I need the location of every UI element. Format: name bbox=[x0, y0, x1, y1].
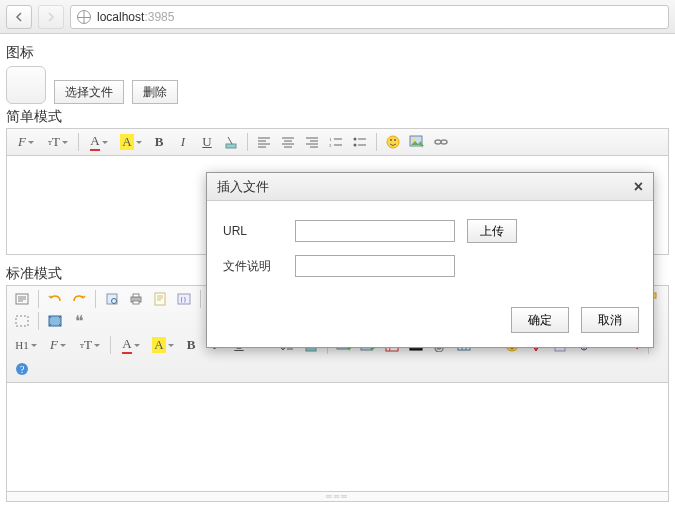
icon-section-label: 图标 bbox=[6, 44, 669, 62]
svg-point-7 bbox=[394, 139, 396, 141]
preview-button[interactable] bbox=[101, 289, 123, 309]
align-left-button[interactable] bbox=[253, 132, 275, 152]
ordered-list-button[interactable]: 12 bbox=[325, 132, 347, 152]
font-size-dropdown[interactable]: тT bbox=[43, 132, 73, 152]
simple-mode-label: 简单模式 bbox=[6, 108, 669, 126]
font-family-dropdown[interactable]: F bbox=[11, 132, 41, 152]
icon-preview bbox=[6, 66, 46, 104]
fullscreen-button[interactable] bbox=[44, 311, 66, 331]
browser-bar: localhost:3985 bbox=[0, 0, 675, 34]
print-button[interactable] bbox=[125, 289, 147, 309]
url-label: URL bbox=[223, 224, 283, 238]
source-button[interactable] bbox=[11, 289, 33, 309]
removeformat-button[interactable] bbox=[220, 132, 242, 152]
svg-text:?: ? bbox=[20, 364, 25, 375]
url-input[interactable] bbox=[295, 220, 455, 242]
redo-button[interactable] bbox=[68, 289, 90, 309]
selectbox-button[interactable] bbox=[11, 311, 33, 331]
hilite-button[interactable]: A bbox=[116, 132, 146, 152]
svg-text:1: 1 bbox=[329, 137, 332, 142]
svg-point-4 bbox=[354, 144, 357, 147]
svg-text:2: 2 bbox=[329, 143, 332, 148]
image-button[interactable]: + bbox=[406, 132, 428, 152]
ok-button[interactable]: 确定 bbox=[511, 307, 569, 333]
forecolor-button[interactable]: A bbox=[84, 132, 114, 152]
desc-label: 文件说明 bbox=[223, 258, 283, 275]
svg-rect-18 bbox=[133, 301, 139, 304]
emoji-button[interactable] bbox=[382, 132, 404, 152]
delete-button[interactable]: 删除 bbox=[132, 80, 178, 104]
svg-text:{}: {} bbox=[180, 295, 187, 303]
svg-text:+: + bbox=[420, 141, 425, 149]
url-port: :3985 bbox=[144, 10, 174, 24]
svg-point-11 bbox=[435, 140, 441, 144]
svg-rect-40 bbox=[16, 316, 28, 326]
svg-point-6 bbox=[390, 139, 392, 141]
svg-point-3 bbox=[354, 138, 357, 141]
forward-button[interactable] bbox=[38, 5, 64, 29]
font-size-dropdown-2[interactable]: тT bbox=[75, 335, 105, 355]
italic-button[interactable]: I bbox=[172, 132, 194, 152]
desc-input[interactable] bbox=[295, 255, 455, 277]
undo-button[interactable] bbox=[44, 289, 66, 309]
svg-rect-0 bbox=[226, 144, 236, 148]
cancel-button[interactable]: 取消 bbox=[581, 307, 639, 333]
back-button[interactable] bbox=[6, 5, 32, 29]
heading-dropdown[interactable]: H1 bbox=[11, 335, 41, 355]
url-bar[interactable]: localhost:3985 bbox=[70, 5, 669, 29]
bold-button-2[interactable]: B bbox=[180, 335, 202, 355]
link-button[interactable] bbox=[430, 132, 452, 152]
hilite-button-2[interactable]: A bbox=[148, 335, 178, 355]
quote-button[interactable]: ❝ bbox=[68, 311, 90, 331]
font-family-dropdown-2[interactable]: F bbox=[43, 335, 73, 355]
svg-point-5 bbox=[387, 136, 399, 148]
globe-icon bbox=[77, 10, 91, 24]
template-button[interactable] bbox=[149, 289, 171, 309]
align-right-button[interactable] bbox=[301, 132, 323, 152]
underline-button[interactable]: U bbox=[196, 132, 218, 152]
svg-rect-17 bbox=[133, 294, 139, 297]
standard-editor-body[interactable] bbox=[7, 383, 668, 491]
close-icon[interactable]: × bbox=[634, 178, 643, 196]
bold-button[interactable]: B bbox=[148, 132, 170, 152]
about-button[interactable]: ? bbox=[11, 359, 33, 379]
forecolor-button-2[interactable]: A bbox=[116, 335, 146, 355]
svg-rect-19 bbox=[155, 293, 165, 305]
dialog-title: 插入文件 bbox=[217, 178, 269, 196]
resize-grip[interactable]: ═══ bbox=[6, 492, 669, 502]
code-button[interactable]: {} bbox=[173, 289, 195, 309]
svg-point-12 bbox=[441, 140, 447, 144]
choose-file-button[interactable]: 选择文件 bbox=[54, 80, 124, 104]
upload-button[interactable]: 上传 bbox=[467, 219, 517, 243]
insert-file-dialog: 插入文件 × URL 上传 文件说明 确定 取消 bbox=[206, 172, 654, 348]
unordered-list-button[interactable] bbox=[349, 132, 371, 152]
url-host: localhost bbox=[97, 10, 144, 24]
align-center-button[interactable] bbox=[277, 132, 299, 152]
